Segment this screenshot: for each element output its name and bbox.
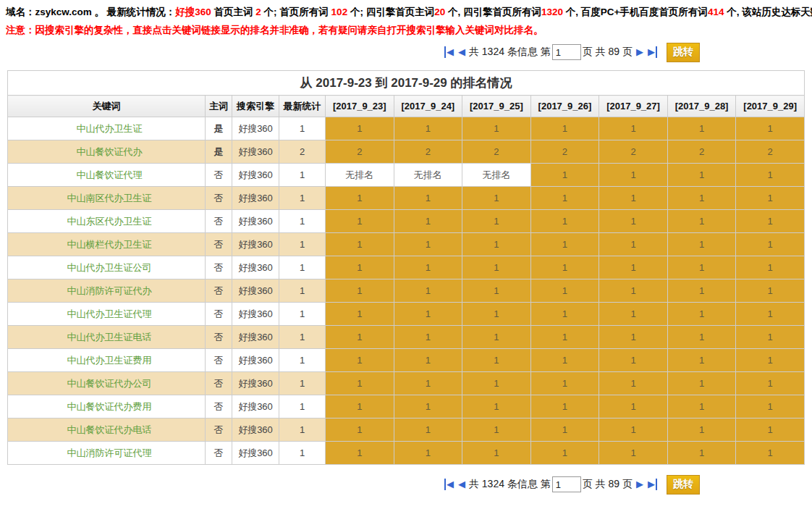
keyword-link[interactable]: 中山代办卫生证代理 <box>67 308 152 319</box>
rank-cell: 1 <box>530 372 599 395</box>
rank-cell: 1 <box>667 279 736 303</box>
table-row: 中山南区代办卫生证否好搜36011111111 <box>8 187 805 210</box>
stats-segment: 域名：zsykcw.com 。 最新统计情况： <box>6 7 175 17</box>
keyword-link[interactable]: 中山餐饮证代办 <box>77 146 143 157</box>
page-number-input[interactable] <box>552 44 581 60</box>
jump-button[interactable]: 跳转 <box>667 43 700 62</box>
rank-cell: 1 <box>462 418 531 442</box>
rank-cell: 1 <box>599 303 668 326</box>
rank-cell: 1 <box>462 326 531 349</box>
search-engine-cell: 好搜360 <box>232 117 279 140</box>
last-page-icon[interactable]: ▶ <box>648 479 657 490</box>
latest-stat-cell: 1 <box>279 117 326 140</box>
rank-cell: 1 <box>326 395 394 418</box>
search-engine-cell: 好搜360 <box>232 303 279 326</box>
rank-cell: 1 <box>326 349 394 372</box>
table-row: 中山代办卫生证电话否好搜36011111111 <box>8 326 805 349</box>
keyword-link[interactable]: 中山餐饮证代办电话 <box>67 424 152 435</box>
rank-cell: 1 <box>394 372 462 395</box>
search-engine-cell: 好搜360 <box>232 256 279 279</box>
ranking-table: 从 2017-9-23 到 2017-9-29 的排名情况 关键词主词搜索引擎最… <box>7 70 805 465</box>
rank-cell: 1 <box>667 442 736 465</box>
rank-cell: 2 <box>667 140 736 164</box>
rank-cell: 1 <box>599 326 668 349</box>
rank-cell: 1 <box>530 418 599 442</box>
first-page-icon[interactable]: ◀ <box>444 479 454 490</box>
keyword-link[interactable]: 中山东区代办卫生证 <box>67 216 152 227</box>
keyword-link[interactable]: 中山餐饮证代理 <box>77 169 143 180</box>
rank-cell: 1 <box>462 233 531 256</box>
table-row: 中山餐饮证代办电话否好搜36011111111 <box>8 418 805 442</box>
latest-stat-cell: 1 <box>279 349 326 372</box>
keyword-link[interactable]: 中山代办卫生证 <box>77 123 143 134</box>
rank-cell: 1 <box>667 233 736 256</box>
rank-cell: 1 <box>326 418 394 442</box>
latest-stat-cell: 1 <box>279 187 326 210</box>
table-row: 中山餐饮证代办是好搜36022222222 <box>8 140 805 164</box>
rank-cell: 1 <box>394 418 462 442</box>
keyword-cell: 中山代办卫生证代理 <box>8 303 206 326</box>
keyword-cell: 中山消防许可证代办 <box>8 279 206 303</box>
rank-cell: 1 <box>530 279 599 303</box>
rank-cell: 2 <box>530 140 599 164</box>
column-header-9: [2017_9_28] <box>667 96 736 117</box>
rank-cell: 1 <box>326 303 394 326</box>
search-engine-cell: 好搜360 <box>232 187 279 210</box>
next-page-icon[interactable]: ▶ <box>636 479 643 490</box>
latest-stat-cell: 1 <box>279 418 326 442</box>
rank-cell: 1 <box>599 372 668 395</box>
search-engine-cell: 好搜360 <box>232 279 279 303</box>
keyword-cell: 中山餐饮证代办 <box>8 140 206 164</box>
rank-cell: 1 <box>394 279 462 303</box>
keyword-link[interactable]: 中山横栏代办卫生证 <box>67 239 152 250</box>
column-header-0: 关键词 <box>8 96 206 117</box>
first-page-icon[interactable]: ◀ <box>444 46 454 58</box>
keyword-link[interactable]: 中山代办卫生证公司 <box>67 262 152 273</box>
jump-button[interactable]: 跳转 <box>667 475 700 495</box>
prev-page-icon[interactable]: ◀ <box>458 46 465 58</box>
table-row: 中山代办卫生证费用否好搜36011111111 <box>8 349 805 372</box>
rank-cell: 1 <box>736 326 805 349</box>
stats-line: 域名：zsykcw.com 。 最新统计情况：好搜360 首页主词 2 个; 首… <box>0 0 812 19</box>
rank-cell: 1 <box>462 372 531 395</box>
table-title: 从 2017-9-23 到 2017-9-29 的排名情况 <box>8 71 805 96</box>
keyword-cell: 中山餐饮证代办费用 <box>8 395 206 418</box>
column-header-1: 主词 <box>206 96 232 117</box>
keyword-link[interactable]: 中山消防许可证代理 <box>67 447 152 458</box>
stats-segment: 102 <box>331 7 348 17</box>
next-page-icon[interactable]: ▶ <box>636 46 643 58</box>
rank-cell: 1 <box>530 210 599 233</box>
prev-page-icon[interactable]: ◀ <box>458 479 465 490</box>
main-word-cell: 否 <box>206 233 232 256</box>
search-engine-cell: 好搜360 <box>232 349 279 372</box>
latest-stat-cell: 2 <box>279 140 326 164</box>
main-word-cell: 否 <box>206 164 232 187</box>
main-word-cell: 否 <box>206 372 232 395</box>
keyword-link[interactable]: 中山代办卫生证电话 <box>67 332 152 342</box>
keyword-link[interactable]: 中山餐饮证代办公司 <box>67 378 152 389</box>
page-number-input[interactable] <box>552 476 581 492</box>
keyword-link[interactable]: 中山餐饮证代办费用 <box>67 401 152 412</box>
keyword-link[interactable]: 中山代办卫生证费用 <box>67 355 152 366</box>
rank-cell: 1 <box>599 187 668 210</box>
notice-line: 注意：因搜索引擎的复杂性，直接点击关键词链接显示的排名并非准确，若有疑问请亲自打… <box>0 19 812 37</box>
keyword-cell: 中山东区代办卫生证 <box>8 210 206 233</box>
rank-cell: 1 <box>667 349 736 372</box>
main-word-cell: 否 <box>206 395 232 418</box>
rank-cell: 1 <box>736 418 805 442</box>
stats-segment: 个, 四引擎首页所有词 <box>445 7 541 17</box>
last-page-icon[interactable]: ▶ <box>648 46 657 58</box>
rank-cell: 1 <box>530 187 599 210</box>
rank-cell: 1 <box>736 164 805 187</box>
search-engine-cell: 好搜360 <box>232 418 279 442</box>
pagination-total-text: 共 1324 条信息 第 <box>469 46 551 59</box>
stats-segment: 1320 <box>541 7 563 17</box>
keyword-link[interactable]: 中山南区代办卫生证 <box>67 193 152 203</box>
rank-cell: 2 <box>736 140 805 164</box>
rank-cell: 1 <box>326 372 394 395</box>
rank-cell: 1 <box>736 117 805 140</box>
column-header-3: 最新统计 <box>279 96 326 117</box>
latest-stat-cell: 1 <box>279 442 326 465</box>
keyword-link[interactable]: 中山消防许可证代办 <box>67 285 152 296</box>
rank-cell: 1 <box>599 210 668 233</box>
